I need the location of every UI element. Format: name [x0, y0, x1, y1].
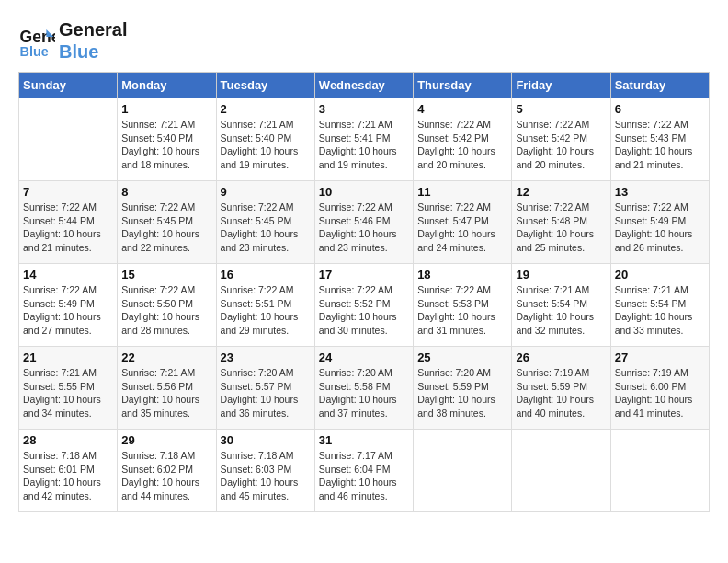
day-info: Sunrise: 7:22 AM Sunset: 5:46 PM Dayligh… — [319, 201, 409, 255]
calendar-cell: 26Sunrise: 7:19 AM Sunset: 5:59 PM Dayli… — [512, 347, 610, 430]
calendar-cell: 24Sunrise: 7:20 AM Sunset: 5:58 PM Dayli… — [314, 347, 413, 430]
calendar-cell: 23Sunrise: 7:20 AM Sunset: 5:57 PM Dayli… — [216, 347, 314, 430]
day-number: 27 — [615, 350, 705, 364]
calendar-cell: 20Sunrise: 7:21 AM Sunset: 5:54 PM Dayli… — [610, 264, 709, 347]
day-number: 15 — [121, 268, 211, 282]
logo-icon: General Blue — [18, 22, 55, 59]
day-number: 29 — [121, 433, 211, 447]
day-info: Sunrise: 7:20 AM Sunset: 5:57 PM Dayligh… — [221, 366, 311, 420]
day-info: Sunrise: 7:21 AM Sunset: 5:40 PM Dayligh… — [121, 118, 211, 172]
week-row-2: 7Sunrise: 7:22 AM Sunset: 5:44 PM Daylig… — [19, 181, 710, 264]
calendar-cell: 14Sunrise: 7:22 AM Sunset: 5:49 PM Dayli… — [19, 264, 118, 347]
calendar-cell: 11Sunrise: 7:22 AM Sunset: 5:47 PM Dayli… — [414, 181, 512, 264]
day-number: 7 — [23, 185, 113, 199]
calendar-cell: 22Sunrise: 7:21 AM Sunset: 5:56 PM Dayli… — [118, 347, 216, 430]
day-number: 20 — [615, 268, 705, 282]
day-number: 10 — [319, 185, 409, 199]
calendar-cell: 9Sunrise: 7:22 AM Sunset: 5:45 PM Daylig… — [216, 181, 314, 264]
day-info: Sunrise: 7:21 AM Sunset: 5:55 PM Dayligh… — [23, 366, 113, 420]
day-info: Sunrise: 7:22 AM Sunset: 5:48 PM Dayligh… — [516, 201, 606, 255]
day-number: 12 — [516, 185, 606, 199]
day-number: 6 — [615, 102, 705, 116]
day-info: Sunrise: 7:20 AM Sunset: 5:58 PM Dayligh… — [319, 366, 409, 420]
week-row-1: 1Sunrise: 7:21 AM Sunset: 5:40 PM Daylig… — [19, 98, 710, 181]
day-number: 13 — [615, 185, 705, 199]
day-info: Sunrise: 7:21 AM Sunset: 5:54 PM Dayligh… — [516, 283, 606, 338]
day-number: 11 — [417, 185, 507, 199]
day-number: 8 — [121, 185, 211, 199]
day-info: Sunrise: 7:22 AM Sunset: 5:45 PM Dayligh… — [221, 201, 311, 255]
day-number: 28 — [23, 433, 113, 447]
calendar-cell: 16Sunrise: 7:22 AM Sunset: 5:51 PM Dayli… — [216, 264, 314, 347]
calendar-cell: 25Sunrise: 7:20 AM Sunset: 5:59 PM Dayli… — [414, 347, 512, 430]
day-info: Sunrise: 7:21 AM Sunset: 5:54 PM Dayligh… — [615, 283, 705, 338]
header-day-sunday: Sunday — [19, 73, 118, 98]
day-info: Sunrise: 7:21 AM Sunset: 5:40 PM Dayligh… — [221, 118, 311, 172]
week-row-3: 14Sunrise: 7:22 AM Sunset: 5:49 PM Dayli… — [19, 264, 710, 347]
header-day-saturday: Saturday — [610, 73, 709, 98]
header-row: SundayMondayTuesdayWednesdayThursdayFrid… — [19, 73, 710, 98]
header-day-tuesday: Tuesday — [216, 73, 314, 98]
calendar-cell: 12Sunrise: 7:22 AM Sunset: 5:48 PM Dayli… — [512, 181, 610, 264]
calendar-cell: 8Sunrise: 7:22 AM Sunset: 5:45 PM Daylig… — [118, 181, 216, 264]
calendar-cell: 30Sunrise: 7:18 AM Sunset: 6:03 PM Dayli… — [216, 430, 314, 512]
calendar-table: SundayMondayTuesdayWednesdayThursdayFrid… — [18, 72, 710, 512]
day-info: Sunrise: 7:22 AM Sunset: 5:53 PM Dayligh… — [417, 283, 507, 338]
header-day-wednesday: Wednesday — [314, 73, 413, 98]
day-number: 25 — [417, 350, 507, 364]
day-info: Sunrise: 7:22 AM Sunset: 5:44 PM Dayligh… — [23, 201, 113, 255]
day-number: 31 — [319, 433, 409, 447]
day-info: Sunrise: 7:22 AM Sunset: 5:52 PM Dayligh… — [319, 283, 409, 338]
day-info: Sunrise: 7:18 AM Sunset: 6:03 PM Dayligh… — [221, 449, 311, 503]
day-info: Sunrise: 7:22 AM Sunset: 5:49 PM Dayligh… — [615, 201, 705, 255]
day-info: Sunrise: 7:17 AM Sunset: 6:04 PM Dayligh… — [319, 449, 409, 503]
calendar-cell: 2Sunrise: 7:21 AM Sunset: 5:40 PM Daylig… — [216, 98, 314, 181]
page-header: General Blue General Blue — [18, 18, 710, 63]
day-number: 3 — [319, 102, 409, 116]
calendar-cell: 7Sunrise: 7:22 AM Sunset: 5:44 PM Daylig… — [19, 181, 118, 264]
calendar-cell — [414, 430, 512, 512]
day-number: 14 — [23, 268, 113, 282]
day-info: Sunrise: 7:22 AM Sunset: 5:42 PM Dayligh… — [417, 118, 507, 172]
week-row-5: 28Sunrise: 7:18 AM Sunset: 6:01 PM Dayli… — [19, 430, 710, 512]
day-info: Sunrise: 7:19 AM Sunset: 6:00 PM Dayligh… — [615, 366, 705, 420]
calendar-cell — [19, 98, 118, 181]
day-number: 22 — [121, 350, 211, 364]
day-number: 4 — [417, 102, 507, 116]
day-info: Sunrise: 7:22 AM Sunset: 5:47 PM Dayligh… — [417, 201, 507, 255]
day-info: Sunrise: 7:20 AM Sunset: 5:59 PM Dayligh… — [417, 366, 507, 420]
calendar-cell: 15Sunrise: 7:22 AM Sunset: 5:50 PM Dayli… — [118, 264, 216, 347]
week-row-4: 21Sunrise: 7:21 AM Sunset: 5:55 PM Dayli… — [19, 347, 710, 430]
calendar-cell — [512, 430, 610, 512]
calendar-cell: 1Sunrise: 7:21 AM Sunset: 5:40 PM Daylig… — [118, 98, 216, 181]
day-info: Sunrise: 7:22 AM Sunset: 5:43 PM Dayligh… — [615, 118, 705, 172]
day-info: Sunrise: 7:22 AM Sunset: 5:42 PM Dayligh… — [516, 118, 606, 172]
day-info: Sunrise: 7:22 AM Sunset: 5:45 PM Dayligh… — [121, 201, 211, 255]
calendar-cell: 27Sunrise: 7:19 AM Sunset: 6:00 PM Dayli… — [610, 347, 709, 430]
calendar-cell: 17Sunrise: 7:22 AM Sunset: 5:52 PM Dayli… — [314, 264, 413, 347]
calendar-cell: 3Sunrise: 7:21 AM Sunset: 5:41 PM Daylig… — [314, 98, 413, 181]
day-number: 5 — [516, 102, 606, 116]
calendar-cell: 18Sunrise: 7:22 AM Sunset: 5:53 PM Dayli… — [414, 264, 512, 347]
header-day-thursday: Thursday — [414, 73, 512, 98]
day-info: Sunrise: 7:18 AM Sunset: 6:01 PM Dayligh… — [23, 449, 113, 503]
day-info: Sunrise: 7:22 AM Sunset: 5:50 PM Dayligh… — [121, 283, 211, 338]
day-info: Sunrise: 7:19 AM Sunset: 5:59 PM Dayligh… — [516, 366, 606, 420]
day-number: 30 — [221, 433, 311, 447]
day-info: Sunrise: 7:21 AM Sunset: 5:56 PM Dayligh… — [121, 366, 211, 420]
calendar-cell: 4Sunrise: 7:22 AM Sunset: 5:42 PM Daylig… — [414, 98, 512, 181]
day-number: 24 — [319, 350, 409, 364]
calendar-header: SundayMondayTuesdayWednesdayThursdayFrid… — [19, 73, 710, 98]
day-number: 26 — [516, 350, 606, 364]
day-number: 21 — [23, 350, 113, 364]
day-number: 18 — [417, 268, 507, 282]
header-day-monday: Monday — [118, 73, 216, 98]
day-number: 17 — [319, 268, 409, 282]
calendar-cell — [610, 430, 709, 512]
calendar-cell: 29Sunrise: 7:18 AM Sunset: 6:02 PM Dayli… — [118, 430, 216, 512]
svg-text:Blue: Blue — [20, 44, 49, 59]
logo-blue: Blue — [59, 40, 127, 63]
day-number: 19 — [516, 268, 606, 282]
calendar-body: 1Sunrise: 7:21 AM Sunset: 5:40 PM Daylig… — [19, 98, 710, 512]
logo: General Blue General Blue — [18, 18, 127, 63]
